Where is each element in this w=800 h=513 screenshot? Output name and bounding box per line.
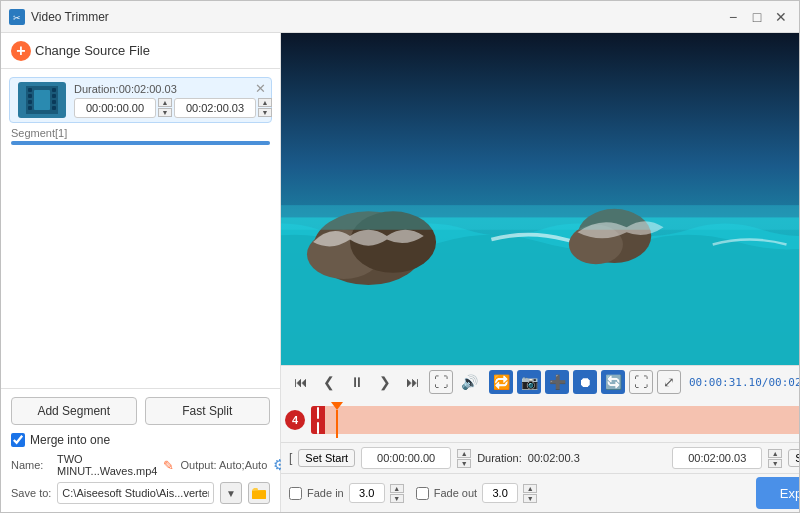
trim-end-spinner: ▲ ▼ bbox=[768, 449, 782, 468]
fade-out-input[interactable] bbox=[482, 483, 518, 503]
saveto-input[interactable] bbox=[57, 482, 214, 504]
set-start-button[interactable]: Set Start bbox=[298, 449, 355, 467]
edit-icon[interactable]: ✎ bbox=[163, 458, 174, 473]
timecode-display: 00:00:31.10/00:02:00.03 bbox=[689, 376, 799, 389]
maximize-button[interactable]: □ bbox=[747, 7, 767, 27]
segment-duration-text: Duration:00:02:00.03 bbox=[74, 83, 272, 95]
end-up-btn[interactable]: ▲ bbox=[258, 98, 272, 107]
saveto-label: Save to: bbox=[11, 487, 51, 499]
add-segment-button[interactable]: Add Segment bbox=[11, 397, 137, 425]
segment-progress-bar bbox=[11, 141, 270, 145]
segment-start-spinner: ▲ ▼ bbox=[158, 98, 172, 117]
fade-in-up-btn[interactable]: ▲ bbox=[390, 484, 404, 493]
fade-controls: Fade in ▲ ▼ Fade out ▲ ▼ bbox=[281, 473, 799, 512]
handle-line-2 bbox=[317, 422, 319, 434]
saveto-dropdown-btn[interactable]: ▼ bbox=[220, 482, 242, 504]
segment-end-input[interactable] bbox=[174, 98, 256, 118]
svg-rect-8 bbox=[52, 94, 56, 98]
fade-out-label: Fade out bbox=[434, 487, 477, 499]
fullscreen-button[interactable]: ⤢ bbox=[657, 370, 681, 394]
svg-rect-3 bbox=[28, 88, 32, 92]
crop-button[interactable]: ⛶ bbox=[429, 370, 453, 394]
start-bracket: [ bbox=[289, 451, 292, 465]
play-button[interactable]: ❯ bbox=[373, 370, 397, 394]
volume-button[interactable]: 🔊 bbox=[457, 370, 481, 394]
trim-handle-left[interactable] bbox=[311, 406, 325, 434]
fade-in-checkbox[interactable] bbox=[289, 487, 302, 500]
fade-out-down-btn[interactable]: ▼ bbox=[523, 494, 537, 503]
trim-bar-container: 4 bbox=[281, 398, 799, 442]
playhead-arrow bbox=[331, 402, 343, 410]
segment-start-input[interactable] bbox=[74, 98, 156, 118]
trim-end-up-btn[interactable]: ▲ bbox=[768, 449, 782, 458]
trim-start-up-btn[interactable]: ▲ bbox=[457, 449, 471, 458]
start-down-btn[interactable]: ▼ bbox=[158, 108, 172, 117]
fade-in-spinner: ▲ ▼ bbox=[390, 484, 404, 503]
expand-button[interactable]: ⛶ bbox=[629, 370, 653, 394]
trim-start-down-btn[interactable]: ▼ bbox=[457, 459, 471, 468]
fade-out-checkbox[interactable] bbox=[416, 487, 429, 500]
fade-in-down-btn[interactable]: ▼ bbox=[390, 494, 404, 503]
trim-end-down-btn[interactable]: ▼ bbox=[768, 459, 782, 468]
segment-label: Segment[1] bbox=[11, 127, 270, 139]
svg-rect-5 bbox=[28, 100, 32, 104]
trim-playhead[interactable] bbox=[331, 402, 343, 438]
main-content: + Change Source File bbox=[1, 33, 799, 512]
loop-button[interactable]: 🔁 bbox=[489, 370, 513, 394]
fast-split-button[interactable]: Fast Split bbox=[145, 397, 271, 425]
prev-frame-button[interactable]: ❮ bbox=[317, 370, 341, 394]
start-up-btn[interactable]: ▲ bbox=[158, 98, 172, 107]
trim-start-spinner: ▲ ▼ bbox=[457, 449, 471, 468]
fade-out-up-btn[interactable]: ▲ bbox=[523, 484, 537, 493]
refresh-button[interactable]: 🔄 bbox=[601, 370, 625, 394]
add-button[interactable]: ➕ bbox=[545, 370, 569, 394]
fade-in-input[interactable] bbox=[349, 483, 385, 503]
left-bottom: Add Segment Fast Split Merge into one Na… bbox=[1, 388, 280, 512]
handle-line-1 bbox=[317, 407, 319, 419]
folder-btn[interactable] bbox=[248, 482, 270, 504]
segment-thumbnail bbox=[18, 82, 66, 118]
segment-buttons: Add Segment Fast Split bbox=[11, 397, 270, 425]
titlebar: ✂ Video Trimmer − □ ✕ bbox=[1, 1, 799, 33]
svg-rect-11 bbox=[34, 90, 50, 110]
trim-end-input[interactable] bbox=[672, 447, 762, 469]
end-down-btn[interactable]: ▼ bbox=[258, 108, 272, 117]
progress-fill bbox=[11, 141, 270, 145]
trim-start-input[interactable] bbox=[361, 447, 451, 469]
trim-duration-value: 00:02:00.3 bbox=[528, 452, 580, 464]
fade-out-group: Fade out ▲ ▼ bbox=[416, 483, 537, 503]
controls-bar: ⏮ ❮ ⏸ ❯ ⏭ ⛶ 🔊 🔁 📷 ➕ ⏺ 🔄 ⛶ ⤢ 00:00:31.10/… bbox=[281, 365, 799, 398]
app-icon: ✂ bbox=[9, 9, 25, 25]
film-icon bbox=[26, 86, 58, 114]
left-handle-lines bbox=[317, 407, 319, 434]
add-source-label: Change Source File bbox=[35, 43, 150, 58]
svg-rect-21 bbox=[281, 205, 799, 230]
close-button[interactable]: ✕ bbox=[771, 7, 791, 27]
add-source-button[interactable]: + Change Source File bbox=[11, 41, 150, 61]
svg-rect-7 bbox=[52, 88, 56, 92]
screenshot-button[interactable]: 📷 bbox=[517, 370, 541, 394]
name-label: Name: bbox=[11, 459, 51, 471]
skip-to-start-button[interactable]: ⏮ bbox=[289, 370, 313, 394]
segment-times: ▲ ▼ ▲ ▼ bbox=[74, 98, 272, 118]
left-panel: + Change Source File bbox=[1, 33, 281, 512]
segment-end-spinner: ▲ ▼ bbox=[258, 98, 272, 117]
window-controls: − □ ✕ bbox=[723, 7, 791, 27]
merge-checkbox[interactable] bbox=[11, 433, 25, 447]
minimize-button[interactable]: − bbox=[723, 7, 743, 27]
trim-controls: [ Set Start ▲ ▼ Duration: 00:02:00.3 ▲ ▼… bbox=[281, 442, 799, 473]
svg-rect-6 bbox=[28, 106, 32, 110]
skip-to-end-button[interactable]: ⏭ bbox=[401, 370, 425, 394]
svg-text:✂: ✂ bbox=[13, 13, 21, 23]
pause-button[interactable]: ⏸ bbox=[345, 370, 369, 394]
output-settings: Output: Auto;Auto bbox=[180, 459, 267, 471]
record-button[interactable]: ⏺ bbox=[573, 370, 597, 394]
set-end-button[interactable]: Set End bbox=[788, 449, 799, 467]
trim-duration-label: Duration: bbox=[477, 452, 522, 464]
folder-icon bbox=[252, 487, 266, 499]
segment-close-icon[interactable]: ✕ bbox=[255, 81, 266, 96]
svg-rect-13 bbox=[252, 491, 266, 499]
source-bar: + Change Source File bbox=[1, 33, 280, 69]
app-window: ✂ Video Trimmer − □ ✕ + Change Source Fi… bbox=[0, 0, 800, 513]
export-button[interactable]: Export bbox=[756, 477, 799, 509]
